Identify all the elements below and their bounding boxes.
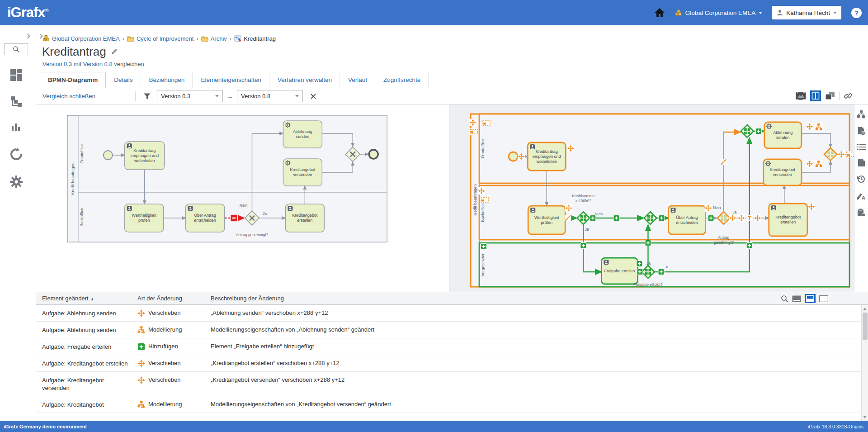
task-ablehnung-senden[interactable]: Ablehnungsenden xyxy=(283,121,322,148)
task-kreditangebot-versenden[interactable]: Kreditangebotversenden xyxy=(764,159,802,185)
svg-text:Kreditangebot: Kreditangebot xyxy=(770,168,796,172)
svg-text:Nein: Nein xyxy=(240,203,248,208)
document-info-icon[interactable] xyxy=(857,127,865,136)
diagram-tools-rail: A xyxy=(854,104,868,292)
task-kreditangebot-erstellen[interactable]: Kreditangeboterstellen xyxy=(285,204,324,232)
change-table: Element geändert▲Art der ÄnderungBeschre… xyxy=(36,292,868,421)
overlay-view-icon[interactable] xyxy=(825,91,835,100)
table-row[interactable]: Aufgabe: Ablehnung sendenVerschieben„Abl… xyxy=(36,305,868,322)
tab-details[interactable]: Details xyxy=(106,72,141,88)
svg-text:Werthaltigkeit: Werthaltigkeit xyxy=(132,213,157,218)
user-menu[interactable]: Katharina Hecht xyxy=(772,6,841,19)
settings-gear-icon[interactable] xyxy=(10,176,23,188)
close-icon[interactable] xyxy=(310,93,316,100)
tab-beziehungen[interactable]: Beziehungen xyxy=(141,72,193,88)
panel-collapsed-icon[interactable] xyxy=(792,295,801,302)
sidebar-expand-icon[interactable] xyxy=(25,33,30,38)
change-description-cell: Modellierungseigenschaften von „Ablehnun… xyxy=(211,322,868,338)
table-row[interactable]: Aufgabe: Ablehnung sendenModellierungMod… xyxy=(36,322,868,338)
svg-text:Antrag genehmigt?: Antrag genehmigt? xyxy=(236,233,269,237)
search-icon[interactable] xyxy=(781,295,788,303)
svg-text:erstellen: erstellen xyxy=(297,218,312,223)
tab-verfahren-verwalten[interactable]: Verfahren verwalten xyxy=(269,72,340,88)
sidebar-search-button[interactable] xyxy=(4,43,28,55)
svg-text:Werthaltigkeit: Werthaltigkeit xyxy=(534,215,559,220)
history-icon[interactable] xyxy=(857,175,866,184)
change-type-cell: Verschieben xyxy=(137,372,211,396)
breadcrumb-item-cycle-of-improvement[interactable]: Cycle of Improvement xyxy=(127,35,193,42)
task-ablehnung-senden[interactable]: Ablehnungsenden xyxy=(764,122,802,148)
end-end[interactable] xyxy=(369,150,378,159)
compare-toolbar: Vergleich schließen Version 0.3 → Versio… xyxy=(36,88,868,104)
breadcrumb-label: Cycle of Improvement xyxy=(137,35,193,42)
tab-elementeigenschaften[interactable]: Elementeigenschaften xyxy=(193,72,269,88)
diagram-pane-old-version[interactable]: Kredit beantragenFrontofficeBackofficeKr… xyxy=(36,104,449,292)
changed-element-cell: Aufgabe: Kreditangebot erstellen xyxy=(36,355,137,371)
task-ueber-antrag-entscheiden[interactable]: Über Antragentscheiden xyxy=(669,206,706,234)
move-change-icon xyxy=(137,360,145,367)
table-scrollbar[interactable] xyxy=(861,305,868,421)
task-kreditangebot-erstellen[interactable]: Kreditangeboterstellen xyxy=(769,204,807,236)
filter-icon[interactable] xyxy=(144,93,151,100)
tab-zugriffsrechte[interactable]: Zugriffsrechte xyxy=(375,72,429,88)
document-icon[interactable] xyxy=(858,158,865,167)
task-ueber-antrag-entscheiden[interactable]: Über Antragentscheiden xyxy=(186,204,225,232)
arrow-right-icon: → xyxy=(226,92,233,100)
svg-text:n: n xyxy=(666,265,668,269)
task-kreditantrag-empfangen[interactable]: Kreditantragempfangen undweiterleiten xyxy=(528,142,566,171)
breadcrumb-item-archiv[interactable]: Archiv xyxy=(201,35,227,42)
scrollbar-thumb[interactable] xyxy=(863,313,868,340)
panel-full-icon[interactable] xyxy=(819,295,828,302)
svg-text:> 100k€?: > 100k€? xyxy=(576,199,592,203)
column-header-3[interactable]: Beschreibung der Änderung xyxy=(211,295,868,302)
model-properties-icon[interactable] xyxy=(857,110,866,119)
app-logo[interactable]: iGrafx® xyxy=(7,5,48,21)
task-kreditangebot-versenden[interactable]: Kreditangebotversenden xyxy=(283,159,322,186)
task-kreditantrag-empfangen[interactable]: Kreditantragempfangen undweiterleiten xyxy=(125,142,165,170)
panel-split-icon[interactable] xyxy=(805,294,816,303)
process-tree-icon[interactable] xyxy=(10,96,23,108)
change-type-cell: Verschieben xyxy=(137,355,211,371)
bar-chart-icon[interactable] xyxy=(11,122,22,133)
close-compare-link[interactable]: Vergleich schließen xyxy=(42,93,95,100)
split-view-icon[interactable] xyxy=(810,90,821,101)
column-header-2[interactable]: Art der Änderung xyxy=(137,295,211,302)
clipboard-settings-icon[interactable] xyxy=(857,208,866,217)
scroll-up-icon[interactable] xyxy=(863,308,867,310)
help-button[interactable]: ? xyxy=(851,8,862,18)
snapshot-view-icon[interactable] xyxy=(796,92,806,100)
task-werthaltigkeit-pruefen[interactable]: Werthaltigkeitprüfen xyxy=(528,206,565,234)
list-icon[interactable] xyxy=(857,143,866,151)
diagram-pane-new-version[interactable]: Kredit beantragenFrontofficeBackofficeVo… xyxy=(449,104,854,292)
breadcrumb-separator: › xyxy=(196,35,198,42)
tab-bpmn-diagramm[interactable]: BPMN-Diagramm xyxy=(40,72,106,88)
breadcrumb-item-global-corporation-emea[interactable]: Global Corporation EMEA xyxy=(42,35,120,42)
chevron-down-icon xyxy=(759,12,762,14)
task-werthaltigkeit-pruefen[interactable]: Werthaltigkeitprüfen xyxy=(125,204,164,232)
table-row[interactable]: Aufgabe: Kreditangebot erstellenVerschie… xyxy=(36,355,868,372)
link-icon[interactable] xyxy=(844,91,853,100)
tab-verlauf[interactable]: Verlauf xyxy=(340,72,375,88)
svg-text:Freigabe erfolgt?: Freigabe erfolgt? xyxy=(633,282,663,287)
home-icon[interactable] xyxy=(654,8,665,18)
format-painter-icon[interactable]: A xyxy=(857,191,866,200)
start-start[interactable] xyxy=(104,151,113,160)
refresh-icon[interactable] xyxy=(9,147,23,161)
edit-pencil-icon[interactable] xyxy=(111,48,118,55)
version-from-select[interactable]: Version 0.3 xyxy=(157,90,223,102)
column-header-1[interactable]: Element geändert▲ xyxy=(36,295,137,302)
change-type-cell: Verschieben xyxy=(137,305,211,321)
scroll-down-icon[interactable] xyxy=(863,416,867,418)
version-to-select[interactable]: Version 0.8 xyxy=(237,90,303,102)
start-start[interactable] xyxy=(509,152,518,161)
organization-selector[interactable]: Global Corporation EMEA xyxy=(675,9,762,16)
version-from-link[interactable]: Version 0.3 xyxy=(42,61,72,67)
version-to-link[interactable]: Version 0.8 xyxy=(83,61,113,67)
table-row[interactable]: Aufgabe: Freigabe erteilenHinzufügenElem… xyxy=(36,338,868,355)
changed-element-cell: Aufgabe: Kreditangebot xyxy=(36,396,137,413)
change-description-cell: „Kreditangebot versenden“ verschoben x+2… xyxy=(211,372,868,396)
task-freigabe-erteilen[interactable]: Freigabe erteilen xyxy=(601,258,637,284)
dashboard-icon[interactable] xyxy=(10,69,23,81)
table-row[interactable]: Aufgabe: KreditangebotModellierungModell… xyxy=(36,396,868,413)
table-row[interactable]: Aufgabe: Kreditangebot versendenVerschie… xyxy=(36,372,868,396)
